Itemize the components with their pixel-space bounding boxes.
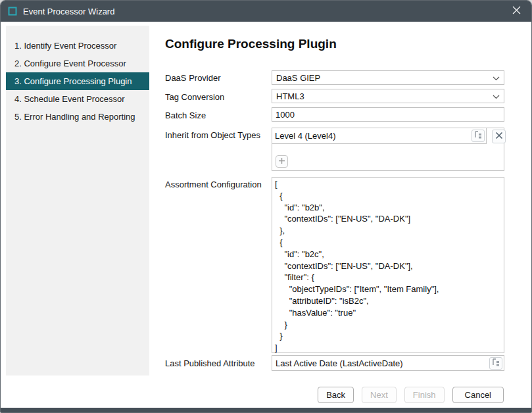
hierarchy-picker-icon — [474, 131, 483, 141]
last-published-attribute-field[interactable]: Last Active Date (LastActiveDate) — [272, 355, 504, 371]
inherit-object-types-row[interactable]: Level 4 (Level4) — [272, 128, 487, 144]
add-icon — [278, 157, 285, 166]
chevron-down-icon — [493, 73, 500, 83]
step-label: 3. Configure Processing Plugin — [14, 76, 132, 86]
wizard-window: Event Processor Wizard 1. Identify Event… — [0, 0, 532, 413]
daas-provider-value: DaaS GIEP — [276, 73, 489, 83]
titlebar: Event Processor Wizard — [1, 1, 531, 22]
window-bottom-edge — [1, 408, 531, 412]
last-published-attribute-label: Last Published Attribute — [165, 358, 255, 368]
last-published-attribute-value: Last Active Date (LastActiveDate) — [276, 358, 489, 368]
sidebar-item-step-2[interactable]: 2. Configure Event Processor — [6, 55, 149, 72]
finish-button[interactable]: Finish — [404, 387, 445, 403]
wizard-steps-sidebar: 1. Identify Event Processor 2. Configure… — [6, 26, 149, 376]
sidebar-item-step-1[interactable]: 1. Identify Event Processor — [6, 37, 149, 55]
page-title: Configure Processing Plugin — [165, 37, 337, 51]
batch-size-input[interactable] — [272, 107, 504, 122]
window-title: Event Processor Wizard — [23, 7, 114, 16]
next-button[interactable]: Next — [362, 387, 397, 403]
tag-conversion-value: HTML3 — [276, 91, 489, 101]
close-button[interactable] — [501, 1, 531, 22]
hierarchy-picker-button[interactable] — [472, 130, 485, 142]
sidebar-item-step-3[interactable]: 3. Configure Processing Plugin — [6, 72, 149, 90]
inherit-object-types-label: Inherit from Object Types — [165, 130, 260, 140]
wizard-footer: Back Next Finish Cancel — [318, 387, 504, 403]
daas-provider-select[interactable]: DaaS GIEP — [272, 70, 504, 85]
step-label: 5. Error Handling and Reporting — [14, 112, 135, 122]
sidebar-item-step-4[interactable]: 4. Schedule Event Processor — [6, 90, 149, 108]
daas-provider-label: DaaS Provider — [165, 73, 221, 83]
hierarchy-picker-icon — [492, 358, 500, 368]
remove-icon — [495, 132, 503, 141]
step-label: 4. Schedule Event Processor — [14, 94, 125, 104]
hierarchy-picker-button[interactable] — [489, 357, 502, 370]
app-icon — [8, 7, 17, 16]
tag-conversion-select[interactable]: HTML3 — [272, 89, 504, 103]
remove-object-type-button[interactable] — [492, 130, 506, 143]
assortment-configuration-textarea[interactable]: [ { "id": "b2b", "contextIDs": ["EN-US",… — [272, 177, 504, 353]
inherit-object-types-value: Level 4 (Level4) — [275, 131, 472, 141]
close-icon — [512, 6, 521, 16]
back-button[interactable]: Back — [318, 387, 354, 403]
chevron-down-icon — [493, 91, 500, 101]
batch-size-label: Batch Size — [165, 110, 206, 120]
add-object-type-button[interactable] — [276, 155, 288, 168]
cancel-button[interactable]: Cancel — [452, 387, 504, 403]
inherit-object-types-box: Level 4 (Level4) — [272, 128, 504, 171]
step-label: 1. Identify Event Processor — [14, 41, 116, 51]
step-label: 2. Configure Event Processor — [14, 59, 126, 68]
tag-conversion-label: Tag Conversion — [165, 92, 224, 102]
assortment-configuration-label: Assortment Configuration — [165, 180, 262, 189]
sidebar-item-step-5[interactable]: 5. Error Handling and Reporting — [6, 108, 149, 126]
